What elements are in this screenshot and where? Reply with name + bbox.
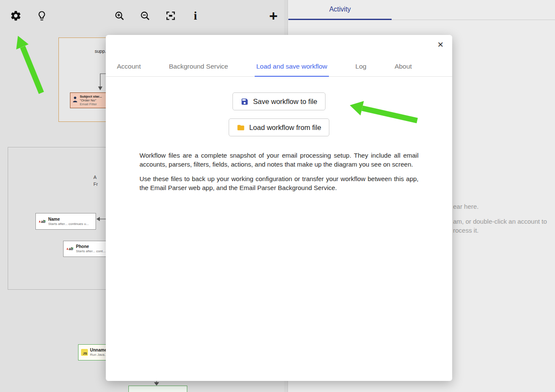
- tab-load-save-workflow[interactable]: Load and save workflow: [255, 63, 329, 77]
- load-workflow-button[interactable]: Load workflow from file: [229, 118, 329, 136]
- zoom-out-icon: [139, 10, 151, 21]
- text-field-icon: ab: [38, 218, 46, 225]
- activity-panel-header: Activity: [288, 0, 555, 20]
- save-workflow-button[interactable]: Save workflow to file: [232, 92, 325, 110]
- tab-about[interactable]: About: [393, 63, 414, 76]
- field-node-subtitle: Starts after... continues u...: [48, 222, 89, 226]
- floppy-disk-icon: [241, 98, 249, 106]
- partial-node-bottom[interactable]: [128, 386, 187, 392]
- activity-hint-line: am, or double-click an account to: [453, 218, 547, 225]
- field-node-title: Name: [48, 217, 89, 222]
- person-filter-icon: [73, 96, 78, 104]
- tab-account[interactable]: Account: [115, 63, 142, 76]
- filter-node-subtitle: "Order No": [80, 98, 102, 102]
- javascript-icon: JS: [81, 349, 88, 356]
- plus-icon: +: [269, 9, 278, 23]
- tab-activity[interactable]: Activity: [288, 0, 392, 20]
- activity-hint-line: rocess it.: [453, 227, 479, 234]
- workflow-description-paragraph: Workflow files are a complete snapshot o…: [139, 151, 418, 169]
- folder-icon: [237, 124, 245, 132]
- gear-icon: [10, 10, 22, 22]
- field-node-subtitle: Starts after... cont...: [76, 249, 105, 254]
- text-field-icon: ab: [66, 245, 74, 253]
- settings-tabs: Account Background Service Load and save…: [106, 56, 452, 77]
- save-workflow-label: Save workflow to file: [253, 98, 317, 106]
- zoom-in-icon: [114, 10, 125, 21]
- load-workflow-label: Load workflow from file: [249, 124, 321, 132]
- close-button[interactable]: ✕: [436, 39, 445, 50]
- add-node-button[interactable]: +: [267, 9, 280, 23]
- fit-view-icon: [165, 10, 176, 21]
- lightbulb-icon: [36, 10, 47, 21]
- field-node-name[interactable]: ab Name Starts after... continues u...: [35, 213, 96, 230]
- workflow-description: Workflow files are a complete snapshot o…: [139, 151, 418, 192]
- filter-node-title: Subject star...: [80, 95, 102, 98]
- tab-log[interactable]: Log: [354, 63, 368, 76]
- info-button[interactable]: i: [189, 9, 202, 23]
- workflow-file-buttons: Save workflow to file Load workflow from…: [106, 92, 452, 136]
- fit-view-button[interactable]: [164, 9, 177, 23]
- settings-button[interactable]: [9, 9, 23, 23]
- info-icon: i: [194, 10, 197, 22]
- filter-node-type: Email Filter: [80, 102, 102, 106]
- zoom-out-button[interactable]: [138, 9, 152, 23]
- tab-background-service[interactable]: Background Service: [167, 63, 230, 76]
- settings-dialog: ✕ Account Background Service Load and sa…: [106, 35, 452, 381]
- workflow-description-paragraph: Use these files to back up your working …: [139, 175, 418, 192]
- activity-hint-line: ear here.: [453, 203, 479, 210]
- field-node-title: Phone: [76, 244, 105, 249]
- tips-button[interactable]: [35, 9, 49, 23]
- zoom-in-button[interactable]: [113, 9, 126, 23]
